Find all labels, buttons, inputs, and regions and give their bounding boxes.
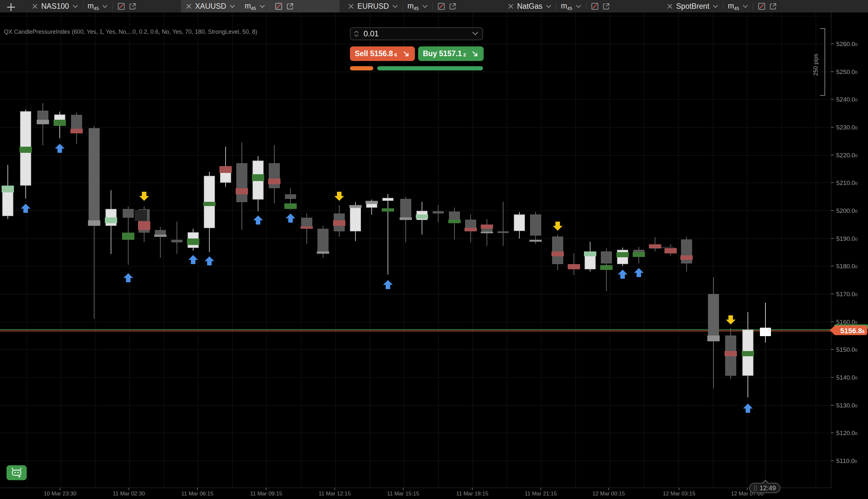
no-quicktrade-icon[interactable] [275, 2, 283, 10]
pressure-band-r [138, 221, 150, 230]
gridline-vertical [576, 12, 576, 488]
price-axis-label: 5220.00 [836, 152, 857, 159]
chevron-down-icon[interactable] [712, 4, 718, 8]
time-axis-tick [679, 488, 679, 490]
open-external-icon[interactable] [602, 2, 610, 10]
chevron-down-icon[interactable] [229, 4, 235, 8]
add-chart-button[interactable] [4, 1, 17, 14]
diagonal-arrow-icon [471, 50, 479, 58]
price-axis-tick [831, 294, 834, 294]
indicator-settings-label[interactable]: QX CandlePressureIndex (600, Yes, 1, Yes… [4, 28, 257, 35]
timeframe-selector[interactable]: m45 [407, 2, 419, 11]
gridline-horizontal [0, 266, 831, 266]
tab-xauusd-active[interactable]: XAUUSD m45 [181, 0, 339, 12]
candle-body [708, 294, 719, 341]
buy-button[interactable]: Buy 5157.12 [418, 46, 484, 61]
no-quicktrade-icon[interactable] [758, 2, 766, 10]
symbol-label[interactable]: EURUSD [358, 2, 389, 11]
candle-body [681, 240, 692, 264]
buy-signal-arrow-icon [634, 268, 644, 277]
time-axis-line[interactable] [0, 488, 831, 488]
pressure-band-gy [529, 240, 542, 242]
add-cbot-button[interactable] [7, 465, 27, 480]
timeframe-selector[interactable]: m45 [245, 2, 256, 11]
timeframe-selector[interactable]: m45 [728, 2, 739, 11]
buy-signal-arrow-icon [188, 255, 198, 264]
pressure-band-r [268, 179, 280, 185]
tab-nas100[interactable]: NAS100 m45 [27, 0, 141, 12]
candle-body [530, 215, 541, 235]
buy-signal-arrow-icon [55, 144, 65, 153]
pressure-band-gy [88, 220, 100, 226]
time-axis-tick [541, 488, 541, 490]
pressure-band-r [664, 248, 677, 253]
sell-price-line [0, 331, 831, 331]
chevron-down-icon[interactable] [422, 4, 428, 8]
sell-signal-arrow-icon [139, 192, 149, 201]
chevron-down-icon[interactable] [392, 4, 398, 8]
open-external-icon[interactable] [449, 2, 457, 10]
sell-signal-arrow-icon [334, 192, 345, 201]
divider [402, 3, 403, 10]
open-external-icon[interactable] [129, 2, 137, 10]
chevron-down-icon[interactable] [472, 31, 479, 37]
candle-wick [765, 303, 766, 342]
gridline-vertical [713, 12, 713, 488]
tab-spotbrent[interactable]: SpotBrent m45 [662, 0, 782, 12]
price-axis-label: 5230.00 [836, 124, 857, 131]
symbol-label[interactable]: NatGas [517, 2, 542, 11]
close-icon[interactable] [667, 3, 673, 9]
chevron-down-icon[interactable] [546, 4, 552, 8]
price-axis-label: 5250.00 [836, 69, 857, 76]
pressure-band-gy [349, 205, 362, 208]
gridline-horizontal [0, 433, 831, 433]
symbol-label[interactable]: NAS100 [41, 2, 69, 11]
bar-countdown-tooltip[interactable]: 12:49 [749, 483, 780, 493]
chevron-down-icon[interactable] [102, 4, 108, 8]
tab-natgas[interactable]: NatGas m45 [503, 0, 615, 12]
time-axis-tick [129, 488, 129, 490]
symbol-label[interactable]: XAUUSD [195, 2, 226, 11]
chevron-down-icon[interactable] [260, 4, 265, 8]
gridline-vertical [130, 12, 130, 488]
volume-stepper-icon[interactable] [354, 31, 359, 37]
close-icon[interactable] [508, 3, 514, 9]
open-external-icon[interactable] [769, 2, 777, 10]
chart-plot-area[interactable] [0, 12, 868, 499]
no-quicktrade-icon[interactable] [437, 2, 445, 10]
chevron-down-icon[interactable] [576, 4, 581, 8]
open-external-icon[interactable] [286, 2, 294, 10]
pressure-band-g [203, 202, 216, 206]
time-axis-label: 11 Mar 21:15 [525, 490, 557, 497]
volume-input[interactable]: 0.01 [350, 27, 483, 40]
chevron-down-icon[interactable] [743, 4, 748, 8]
timeframe-selector[interactable]: m45 [561, 2, 572, 11]
no-quicktrade-icon[interactable] [591, 2, 599, 10]
close-icon[interactable] [348, 3, 354, 9]
candle-body [317, 229, 328, 254]
gridline-vertical [747, 12, 747, 488]
price-axis-label: 5260.00 [836, 40, 857, 48]
chevron-down-icon[interactable] [72, 4, 78, 8]
gridline-vertical [301, 12, 301, 488]
candle-body [350, 208, 361, 231]
sentiment-bar-buy [377, 66, 483, 70]
pressure-band-r [333, 220, 345, 226]
no-quicktrade-icon[interactable] [117, 2, 125, 10]
close-icon[interactable] [32, 3, 38, 9]
symbol-label[interactable]: SpotBrent [676, 2, 709, 11]
chart-tab-bar: NAS100 m45 XAUUSD m45 EURUSD [0, 0, 868, 13]
close-icon[interactable] [186, 3, 192, 9]
sell-button[interactable]: Sell 5156.86 [350, 46, 415, 61]
price-axis-tick [831, 44, 834, 44]
buy-signal-arrow-icon [383, 280, 393, 289]
tab-eurusd[interactable]: EURUSD m45 [343, 0, 461, 12]
time-axis-label: 12 Mar 00:15 [592, 490, 625, 497]
pressure-band-g [53, 120, 66, 126]
timeframe-selector[interactable]: m45 [88, 2, 99, 11]
price-axis-line[interactable] [831, 12, 831, 488]
buy-signal-arrow-icon [204, 256, 215, 265]
time-axis-label: 11 Mar 18:15 [456, 490, 489, 497]
time-axis-tick [197, 488, 198, 490]
pressure-band-dk [135, 210, 147, 221]
